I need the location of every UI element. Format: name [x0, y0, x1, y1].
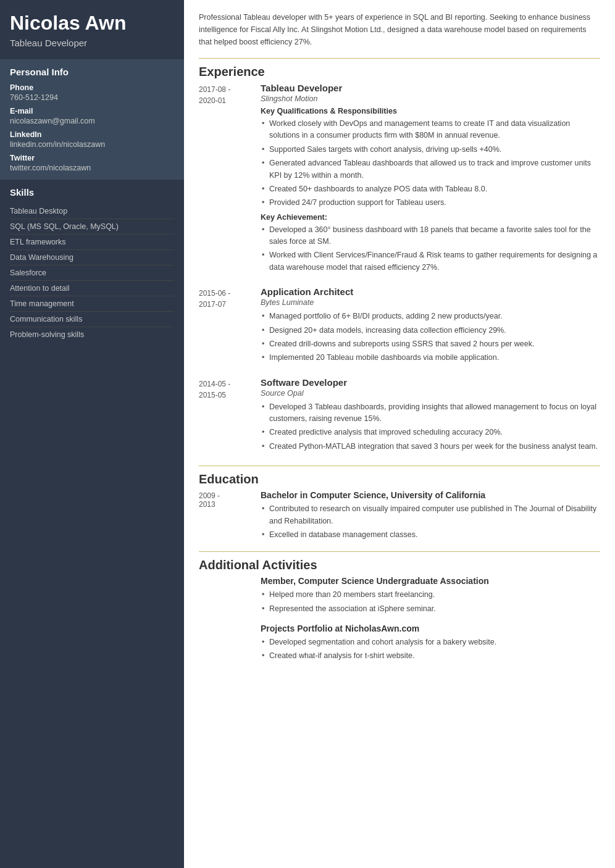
- education-heading: Education: [199, 472, 600, 486]
- entry-dates: 2017-08 -2020-01: [199, 83, 261, 275]
- bullet-item: Generated advanced Tableau dashboards th…: [261, 157, 600, 182]
- entry-body: Application ArchitectBytes LuminateManag…: [261, 286, 600, 366]
- experience-entry: 2017-08 -2020-01Tableau DeveloperSlingsh…: [199, 83, 600, 275]
- email-value: nicolaszawn@gmail.com: [10, 117, 174, 125]
- education-entry: 2009 -2013Bachelor in Computer Science, …: [199, 490, 600, 543]
- job-title: Application Architect: [261, 286, 600, 297]
- experience-heading: Experience: [199, 65, 600, 79]
- skill-item: Problem-solving skills: [10, 327, 174, 342]
- bullet-item: Developed 3 Tableau dashboards, providin…: [261, 401, 600, 425]
- skill-item: Attention to detail: [10, 281, 174, 296]
- edu-dates: 2009 -2013: [199, 490, 261, 543]
- company-name: Source Opal: [261, 389, 600, 398]
- education-list: 2009 -2013Bachelor in Computer Science, …: [199, 490, 600, 543]
- additional-bullet-item: Created what-if analysis for t-shirt web…: [261, 650, 600, 662]
- bullet-item: Worked with Client Services/Finance/Frau…: [261, 249, 600, 273]
- resume-container: Nicolas Awn Tableau Developer Personal I…: [0, 0, 615, 868]
- entry-dates: 2015-06 -2017-07: [199, 286, 261, 366]
- phone-value: 760-512-1294: [10, 93, 174, 102]
- job-title: Software Developer: [261, 377, 600, 388]
- additional-bullet-item: Represented the association at iSphere s…: [261, 603, 600, 615]
- bullet-item: Provided 24/7 production support for Tab…: [261, 197, 600, 209]
- additional-entry: Member, Computer Science Undergraduate A…: [199, 576, 600, 615]
- entry-body: Software DeveloperSource OpalDeveloped 3…: [261, 377, 600, 455]
- bullet-item: Worked closely with DevOps and managemen…: [261, 118, 600, 142]
- additional-bullet-list: Developed segmentation and cohort analys…: [261, 636, 600, 662]
- additional-entry: Projects Portfolio at NicholasAwn.comDev…: [199, 624, 600, 662]
- bullet-list: Developed 3 Tableau dashboards, providin…: [261, 401, 600, 453]
- company-name: Slingshot Motion: [261, 94, 600, 103]
- additional-bullet-list: Helped more than 20 members start freela…: [261, 589, 600, 615]
- personal-info-section: Personal Info Phone 760-512-1294 E-mail …: [0, 59, 184, 180]
- sidebar: Nicolas Awn Tableau Developer Personal I…: [0, 0, 184, 868]
- bullet-list: Managed portfolio of 6+ BI/DI products, …: [261, 311, 600, 364]
- personal-info-heading: Personal Info: [10, 67, 174, 77]
- subsection-title: Key Achievement:: [261, 213, 600, 222]
- bullet-item: Designed 20+ data models, increasing dat…: [261, 325, 600, 336]
- bullet-item: Supported Sales targets with cohort anal…: [261, 144, 600, 156]
- email-label: E-mail: [10, 107, 174, 115]
- skill-item: Time management: [10, 296, 174, 312]
- additional-bullet-item: Developed segmentation and cohort analys…: [261, 636, 600, 648]
- phone-label: Phone: [10, 83, 174, 92]
- skill-item: Communication skills: [10, 312, 174, 327]
- skill-item: ETL frameworks: [10, 235, 174, 250]
- entry-body: Tableau DeveloperSlingshot MotionKey Qua…: [261, 83, 600, 275]
- job-title: Tableau Developer: [261, 83, 600, 93]
- skill-item: Data Warehousing: [10, 250, 174, 265]
- skill-item: Salesforce: [10, 265, 174, 281]
- skills-heading: Skills: [10, 187, 174, 198]
- additional-title: Projects Portfolio at NicholasAwn.com: [261, 624, 600, 633]
- experience-entry: 2015-06 -2017-07Application ArchitectByt…: [199, 286, 600, 366]
- summary-text: Professional Tableau developer with 5+ y…: [199, 11, 600, 48]
- main-content: Professional Tableau developer with 5+ y…: [184, 0, 615, 868]
- bullet-item: Managed portfolio of 6+ BI/DI products, …: [261, 311, 600, 322]
- subsection-title: Key Qualifications & Responsibilities: [261, 107, 600, 115]
- twitter-label: Twitter: [10, 154, 174, 162]
- skill-item: Tableau Desktop: [10, 204, 174, 219]
- edu-bullet-item: Excelled in database management classes.: [261, 529, 600, 541]
- additional-title: Member, Computer Science Undergraduate A…: [261, 576, 600, 586]
- bullet-item: Implemented 20 Tableau mobile dashboards…: [261, 352, 600, 364]
- candidate-title: Tableau Developer: [10, 38, 174, 48]
- additional-list: Member, Computer Science Undergraduate A…: [199, 576, 600, 662]
- company-name: Bytes Luminate: [261, 298, 600, 307]
- edu-bullet-item: Contributed to research on visually impa…: [261, 503, 600, 527]
- candidate-name: Nicolas Awn: [10, 12, 174, 34]
- bullet-item: Created drill-downs and subreports using…: [261, 338, 600, 350]
- entry-dates: 2014-05 -2015-05: [199, 377, 261, 455]
- sidebar-header: Nicolas Awn Tableau Developer: [0, 0, 184, 58]
- linkedin-value: linkedin.com/in/nicolaszawn: [10, 140, 174, 149]
- twitter-value: twitter.com/nicolaszawn: [10, 164, 174, 172]
- additional-heading: Additional Activities: [199, 558, 600, 572]
- experience-divider: [199, 58, 600, 59]
- bullet-item: Developed a 360° business dashboard with…: [261, 224, 600, 248]
- bullet-item: Created 50+ dashboards to analyze POS da…: [261, 183, 600, 195]
- bullet-list: Worked closely with DevOps and managemen…: [261, 118, 600, 209]
- skills-section: Skills Tableau DesktopSQL (MS SQL, Oracl…: [0, 181, 184, 349]
- experience-list: 2017-08 -2020-01Tableau DeveloperSlingsh…: [199, 83, 600, 454]
- additional-bullet-item: Helped more than 20 members start freela…: [261, 589, 600, 601]
- skill-item: SQL (MS SQL, Oracle, MySQL): [10, 219, 174, 235]
- experience-entry: 2014-05 -2015-05Software DeveloperSource…: [199, 377, 600, 455]
- education-divider: [199, 465, 600, 466]
- edu-degree: Bachelor in Computer Science, University…: [261, 490, 600, 500]
- bullet-list: Developed a 360° business dashboard with…: [261, 224, 600, 274]
- bullet-item: Created predictive analysis that improve…: [261, 427, 600, 438]
- edu-body: Bachelor in Computer Science, University…: [261, 490, 600, 543]
- edu-bullet-list: Contributed to research on visually impa…: [261, 503, 600, 541]
- additional-divider: [199, 551, 600, 552]
- skills-list: Tableau DesktopSQL (MS SQL, Oracle, MySQ…: [10, 204, 174, 342]
- bullet-item: Created Python-MATLAB integration that s…: [261, 441, 600, 453]
- linkedin-label: LinkedIn: [10, 130, 174, 139]
